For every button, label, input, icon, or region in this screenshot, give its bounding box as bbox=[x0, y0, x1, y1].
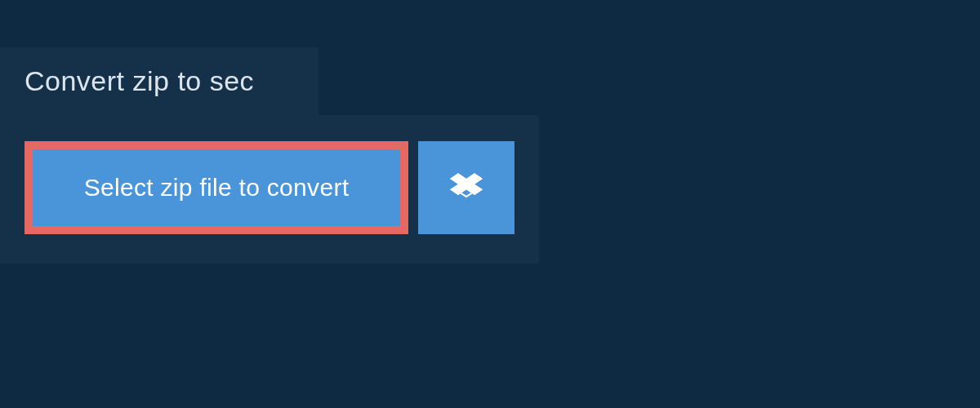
upload-panel: Select zip file to convert bbox=[0, 115, 539, 264]
select-file-label: Select zip file to convert bbox=[84, 174, 350, 202]
page-title: Convert zip to sec bbox=[24, 65, 294, 97]
tab-header: Convert zip to sec bbox=[0, 47, 318, 115]
dropbox-button[interactable] bbox=[418, 141, 514, 234]
select-file-button[interactable]: Select zip file to convert bbox=[24, 141, 408, 234]
dropbox-icon bbox=[450, 171, 483, 206]
